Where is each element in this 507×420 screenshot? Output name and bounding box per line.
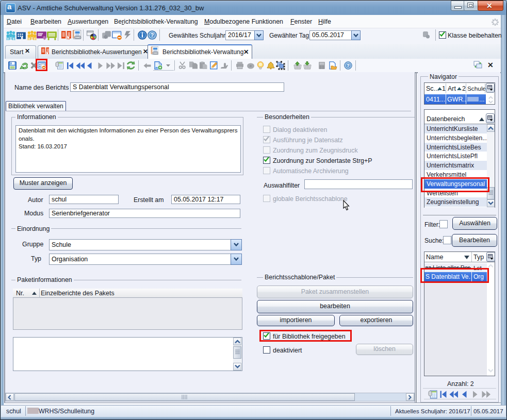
svg-text:?: ?: [151, 32, 154, 38]
svg-text:?: ?: [347, 62, 350, 68]
